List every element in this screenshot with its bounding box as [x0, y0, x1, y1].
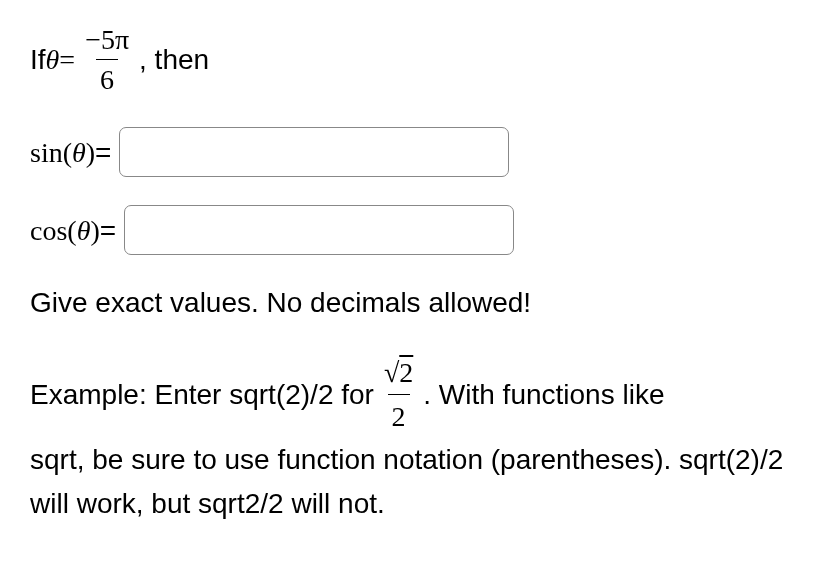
equals-sign: = — [59, 40, 75, 79]
sin-row: sin (θ) = — [30, 127, 798, 177]
if-text: If — [30, 40, 46, 79]
example-part2: . With functions like — [423, 373, 664, 416]
sin-function: sin — [30, 133, 63, 172]
instruction-text: Give exact values. No decimals allowed! — [30, 283, 798, 322]
example-fraction: √2 2 — [380, 351, 417, 439]
sin-input[interactable] — [119, 127, 509, 177]
example-block: Example: Enter sqrt(2)/2 for √2 2 . With… — [30, 351, 798, 526]
fraction-denominator: 6 — [96, 59, 118, 99]
example-part1: Example: Enter sqrt(2)/2 for — [30, 373, 374, 416]
fraction-theta-value: −5π 6 — [81, 20, 133, 99]
example-frac-numerator: √2 — [380, 351, 417, 394]
example-frac-denominator: 2 — [388, 394, 410, 438]
sqrt-radicand: 2 — [399, 357, 413, 388]
cos-function: cos — [30, 211, 67, 250]
cos-equals: = — [100, 211, 116, 250]
theta-symbol: θ — [46, 40, 60, 79]
sin-equals: = — [95, 133, 111, 172]
problem-statement: If θ = −5π 6 , then — [30, 20, 798, 99]
cos-input[interactable] — [124, 205, 514, 255]
sin-argument: (θ) — [63, 133, 95, 172]
example-line-1: Example: Enter sqrt(2)/2 for √2 2 . With… — [30, 351, 798, 439]
fraction-numerator: −5π — [81, 20, 133, 59]
cos-argument: (θ) — [67, 211, 99, 250]
example-line-2: sqrt, be sure to use function notation (… — [30, 438, 798, 525]
then-text: , then — [139, 40, 209, 79]
cos-row: cos (θ) = — [30, 205, 798, 255]
sqrt-symbol: √ — [384, 357, 399, 388]
